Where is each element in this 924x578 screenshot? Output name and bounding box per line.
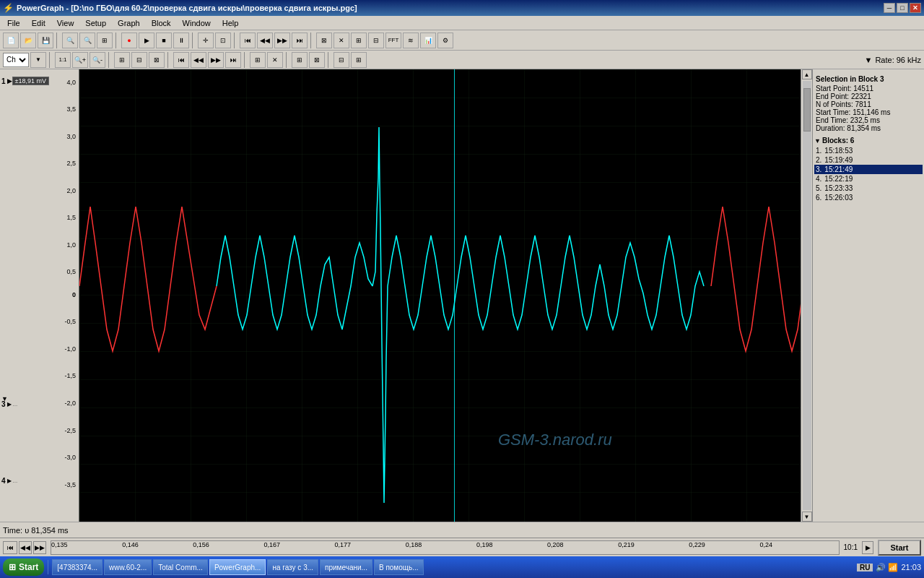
next-button[interactable]: ▶▶: [274, 33, 290, 48]
graph-canvas[interactable]: GSM-3.narod.ru: [79, 69, 801, 522]
taskbar-item-1[interactable]: [47383374...: [52, 559, 103, 575]
zoom-in-button[interactable]: 🔍: [79, 33, 95, 48]
taskbar-item-3[interactable]: Total Comm...: [153, 559, 208, 575]
open-button[interactable]: 📂: [20, 33, 36, 48]
minimize-button[interactable]: ─: [884, 3, 895, 13]
block-num-1: 1.: [816, 147, 821, 155]
zoom-100-button[interactable]: 1:1: [55, 52, 71, 68]
record-button[interactable]: ●: [121, 33, 137, 48]
language-indicator[interactable]: RU: [857, 564, 873, 571]
x-axis-container: 0,135 0,146 0,156 0,167 0,177 0,188 0,19…: [51, 540, 840, 555]
end-point-value: 22321: [851, 92, 871, 100]
taskbar-item-7-label: В помощь...: [379, 564, 419, 571]
last-block-button[interactable]: ⏭: [225, 52, 241, 68]
block-item-5[interactable]: 5. 15:23:33: [814, 184, 923, 193]
x-label-0219: 0,219: [618, 541, 635, 548]
menu-block[interactable]: Block: [146, 17, 177, 29]
timeline-prev-button[interactable]: ◀◀: [19, 541, 32, 554]
menu-graph[interactable]: Graph: [112, 17, 146, 29]
taskbar-item-4[interactable]: PowerGraph...: [209, 559, 266, 575]
maximize-button[interactable]: □: [897, 3, 908, 13]
taskbar-item-6[interactable]: примечани...: [320, 559, 372, 575]
first-block-button[interactable]: ⏮: [173, 52, 189, 68]
zoom-out-button[interactable]: 🔍: [62, 33, 78, 48]
ch-config-button[interactable]: ⊟: [334, 52, 349, 68]
clear-select-button[interactable]: ✕: [334, 33, 349, 48]
channel4-value: ...: [13, 478, 18, 484]
block-item-2[interactable]: 2. 15:19:49: [814, 155, 923, 165]
spectrum-button[interactable]: ≋: [403, 33, 419, 48]
block-item-1[interactable]: 1. 15:18:53: [814, 146, 923, 155]
channel-select[interactable]: Ch: [3, 53, 29, 67]
block-item-3[interactable]: 3. 15:21:49: [814, 165, 923, 174]
menu-help[interactable]: Help: [217, 17, 245, 29]
cross-button[interactable]: ✕: [267, 52, 283, 68]
prev-button[interactable]: ◀◀: [257, 33, 273, 48]
split-button[interactable]: ⊟: [131, 52, 147, 68]
align-button[interactable]: ⊞: [114, 52, 130, 68]
scroll-up-button[interactable]: ▲: [802, 69, 812, 79]
menu-setup[interactable]: Setup: [79, 17, 112, 29]
selection-header: Selection in Block 3: [816, 75, 921, 83]
save-button[interactable]: 💾: [38, 33, 53, 48]
scroll-down-button[interactable]: ▼: [802, 512, 812, 522]
start-point-label: Start Point:: [816, 85, 851, 92]
start-button[interactable]: Start: [878, 540, 921, 556]
rate-dropdown-arrow[interactable]: ▼: [865, 56, 873, 64]
mark-button[interactable]: ⊞: [351, 33, 367, 48]
block-time-1: 15:18:53: [824, 147, 853, 155]
block-item-6[interactable]: 6. 15:26:03: [814, 193, 923, 202]
blocks-dropdown-arrow[interactable]: ▼: [814, 137, 821, 144]
next-block-button[interactable]: ⏭: [292, 33, 308, 48]
graph-svg: GSM-3.narod.ru: [79, 69, 801, 522]
block-num-6: 6.: [816, 194, 821, 202]
blocks-header: Blocks: 6: [822, 137, 854, 144]
zoom-minus-button[interactable]: 🔍-: [90, 52, 105, 68]
menu-file[interactable]: File: [1, 17, 26, 29]
taskbar-item-7[interactable]: В помощь...: [374, 559, 424, 575]
new-button[interactable]: 📄: [3, 33, 19, 48]
rate-label: Rate: 96 kHz: [875, 56, 921, 64]
prev2-button[interactable]: ◀◀: [191, 52, 206, 68]
zoom-region-button[interactable]: ⊡: [215, 33, 231, 48]
menu-view[interactable]: View: [51, 17, 80, 29]
start-menu-button[interactable]: ⊞ Start: [3, 558, 44, 576]
taskbar-item-5[interactable]: на газу с 3...: [267, 559, 318, 575]
h-scroll-right-button[interactable]: ▶: [862, 541, 873, 554]
report-button[interactable]: 📊: [420, 33, 436, 48]
next2-button[interactable]: ▶▶: [208, 52, 224, 68]
fft-button[interactable]: FFT: [385, 33, 401, 48]
cursor-button[interactable]: ✛: [198, 33, 214, 48]
close-button[interactable]: ✕: [910, 3, 921, 13]
scroll-thumb[interactable]: [803, 88, 811, 131]
x-label-0135: 0,135: [51, 541, 68, 548]
export-button[interactable]: ⊞: [292, 52, 308, 68]
taskbar-item-2[interactable]: www.60-2...: [104, 559, 152, 575]
ch-down-button[interactable]: ▼: [30, 52, 46, 68]
timeline-left-button[interactable]: ⏮: [3, 541, 17, 554]
channel4-expand[interactable]: ▶: [6, 478, 13, 484]
zoom-plus-button[interactable]: 🔍+: [72, 52, 88, 68]
prev-block-button[interactable]: ⏮: [240, 33, 256, 48]
select-button[interactable]: ⊠: [316, 33, 332, 48]
graph-vscrollbar[interactable]: ▲ ▼: [801, 69, 812, 522]
zoom-fit-button[interactable]: ⊞: [97, 33, 113, 48]
stop-button[interactable]: ■: [156, 33, 172, 48]
channel3-expand[interactable]: ▶: [6, 401, 13, 407]
menu-edit[interactable]: Edit: [26, 17, 51, 29]
duration-row: Duration: 81,354 ms: [816, 124, 921, 132]
config-button[interactable]: ⚙: [437, 33, 453, 48]
y-label-m25: -2,5: [64, 427, 76, 434]
block-item-4[interactable]: 4. 15:22:19: [814, 174, 923, 184]
menu-window[interactable]: Window: [177, 17, 217, 29]
y-label-m15: -1,5: [64, 372, 76, 379]
import-button[interactable]: ⊠: [309, 52, 325, 68]
play-button[interactable]: ▶: [139, 33, 154, 48]
start-time-label: Start Time:: [816, 108, 850, 116]
timeline-next-button[interactable]: ▶▶: [33, 541, 46, 554]
ch-add-button[interactable]: ⊞: [351, 52, 367, 68]
grid-button[interactable]: ⊞: [250, 52, 266, 68]
pause-button[interactable]: ⏸: [173, 33, 189, 48]
channel-button[interactable]: ⊟: [368, 33, 384, 48]
merge-button[interactable]: ⊠: [149, 52, 165, 68]
